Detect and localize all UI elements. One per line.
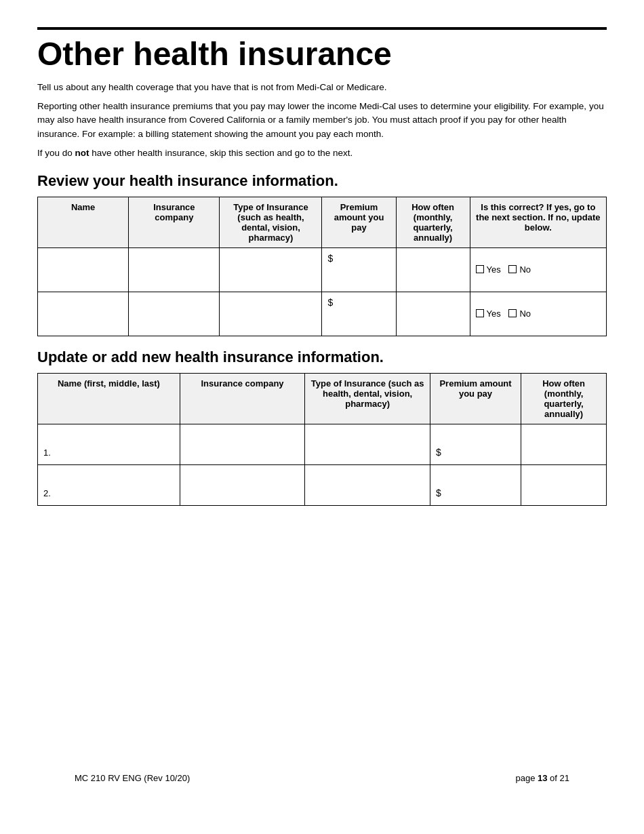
update-row1-dollar: $ bbox=[436, 447, 441, 458]
review-col-how-often: How often (monthly, quarterly, annually) bbox=[396, 197, 470, 248]
review-col-insurance-company: Insurance company bbox=[129, 197, 220, 248]
review-row2-type bbox=[220, 292, 322, 336]
review-row1-company bbox=[129, 248, 220, 292]
intro-paragraph-2: Reporting other health insurance premium… bbox=[37, 100, 607, 141]
update-row1-how-often bbox=[521, 424, 607, 465]
update-row2-company bbox=[180, 465, 305, 506]
review-row2-no-label: No bbox=[519, 309, 531, 319]
update-col-type: Type of Insurance (such as health, denta… bbox=[305, 374, 430, 424]
top-border bbox=[37, 27, 607, 30]
review-row2-yes-option[interactable]: Yes bbox=[476, 309, 501, 319]
intro-paragraph-1: Tell us about any health coverage that y… bbox=[37, 81, 607, 94]
review-row1-dollar: $ bbox=[327, 253, 333, 264]
footer-right: page 13 of 21 bbox=[515, 773, 569, 783]
footer-page-total: of 21 bbox=[547, 773, 569, 783]
review-section-title: Review your health insurance information… bbox=[37, 172, 607, 190]
review-table: Name Insurance company Type of Insurance… bbox=[37, 197, 607, 336]
review-row1-type bbox=[220, 248, 322, 292]
update-col-premium: Premium amount you pay bbox=[430, 374, 521, 424]
update-row1-name: 1. bbox=[38, 424, 180, 465]
update-table-row-1: 1. $ bbox=[38, 424, 607, 465]
review-row2-yes-label: Yes bbox=[487, 309, 501, 319]
review-col-premium: Premium amount you pay bbox=[322, 197, 396, 248]
review-table-row-1: $ Yes No bbox=[38, 248, 607, 292]
review-row1-yes-checkbox[interactable] bbox=[476, 265, 484, 273]
review-row1-no-option[interactable]: No bbox=[508, 264, 531, 275]
review-row2-correct: Yes No bbox=[470, 292, 606, 336]
update-table-row-2: 2. $ bbox=[38, 465, 607, 506]
review-row2-how-often bbox=[396, 292, 470, 336]
update-row1-premium: $ bbox=[430, 424, 521, 465]
review-col-correct: Is this correct? If yes, go to the next … bbox=[470, 197, 606, 248]
update-table: Name (first, middle, last) Insurance com… bbox=[37, 373, 607, 506]
review-row2-no-option[interactable]: No bbox=[508, 309, 531, 319]
footer: MC 210 RV ENG (Rev 10/20) page 13 of 21 bbox=[75, 753, 569, 783]
update-row1-company bbox=[180, 424, 305, 465]
update-row2-type bbox=[305, 465, 430, 506]
review-row1-yes-option[interactable]: Yes bbox=[476, 264, 501, 275]
review-table-header-row: Name Insurance company Type of Insurance… bbox=[38, 197, 607, 248]
not-emphasis: not bbox=[75, 148, 89, 158]
footer-page-text: page bbox=[515, 773, 538, 783]
update-row1-number: 1. bbox=[43, 448, 51, 458]
review-row2-premium: $ bbox=[322, 292, 396, 336]
review-row1-correct: Yes No bbox=[470, 248, 606, 292]
update-row2-premium: $ bbox=[430, 465, 521, 506]
footer-left: MC 210 RV ENG (Rev 10/20) bbox=[75, 773, 190, 783]
update-col-company: Insurance company bbox=[180, 374, 305, 424]
update-row2-how-often bbox=[521, 465, 607, 506]
update-row2-dollar: $ bbox=[436, 488, 441, 498]
review-row1-how-often bbox=[396, 248, 470, 292]
update-section-title: Update or add new health insurance infor… bbox=[37, 349, 607, 366]
review-row1-no-checkbox[interactable] bbox=[508, 265, 517, 273]
review-row1-yes-label: Yes bbox=[487, 264, 501, 275]
review-row2-company bbox=[129, 292, 220, 336]
update-row2-name: 2. bbox=[38, 465, 180, 506]
review-row2-name bbox=[38, 292, 129, 336]
review-row1-no-label: No bbox=[519, 264, 531, 275]
review-row2-dollar: $ bbox=[327, 297, 333, 308]
review-row2-no-checkbox[interactable] bbox=[508, 309, 517, 317]
page-content: Other health insurance Tell us about any… bbox=[37, 27, 607, 807]
review-row2-yes-checkbox[interactable] bbox=[476, 309, 484, 317]
page-title: Other health insurance bbox=[37, 37, 607, 73]
update-row1-type bbox=[305, 424, 430, 465]
review-table-row-2: $ Yes No bbox=[38, 292, 607, 336]
review-col-type: Type of Insurance (such as health, denta… bbox=[220, 197, 322, 248]
update-col-how-often: How often (monthly, quarterly, annually) bbox=[521, 374, 607, 424]
update-row2-number: 2. bbox=[43, 488, 51, 498]
review-col-name: Name bbox=[38, 197, 129, 248]
update-col-name: Name (first, middle, last) bbox=[38, 374, 180, 424]
update-table-header-row: Name (first, middle, last) Insurance com… bbox=[38, 374, 607, 424]
footer-page-number: 13 bbox=[538, 773, 547, 783]
review-row1-name bbox=[38, 248, 129, 292]
review-row1-premium: $ bbox=[322, 248, 396, 292]
intro-paragraph-3: If you do not have other health insuranc… bbox=[37, 146, 607, 160]
